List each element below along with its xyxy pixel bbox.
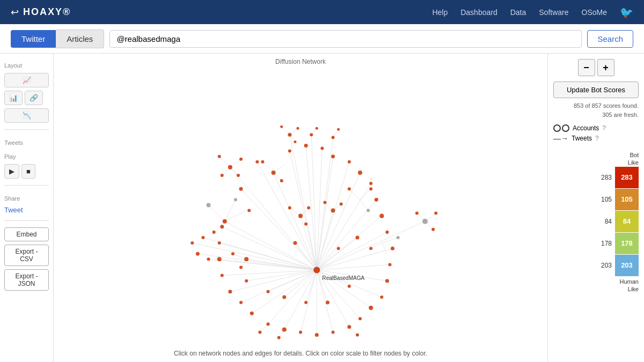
svg-point-115: [315, 333, 319, 337]
sidebar-divider-3: [4, 220, 49, 221]
nav-dashboard[interactable]: Dashboard: [460, 8, 497, 17]
accounts-label: Accounts: [573, 124, 599, 132]
circle-empty-2: [562, 124, 569, 132]
zoom-controls: − +: [553, 59, 639, 76]
svg-point-136: [355, 235, 359, 239]
layout-chart-btn[interactable]: 📈: [4, 73, 49, 87]
svg-point-108: [388, 263, 391, 266]
svg-text:RealBasedMAGA: RealBasedMAGA: [322, 275, 364, 281]
search-button[interactable]: Search: [587, 30, 633, 48]
color-bar-row[interactable]: 203203: [597, 255, 639, 276]
svg-point-168: [247, 209, 251, 212]
human-label-line2: Like: [628, 286, 639, 292]
color-bar-swatch[interactable]: 283: [615, 167, 639, 188]
layout-timeline-btn[interactable]: 📉: [4, 108, 49, 123]
color-bar-value: 178: [597, 240, 612, 247]
svg-rect-0: [57, 54, 544, 362]
zoom-out-btn[interactable]: −: [578, 59, 595, 76]
svg-point-124: [218, 241, 221, 245]
stop-btn[interactable]: ■: [21, 164, 35, 179]
svg-point-119: [250, 312, 254, 315]
color-bar-value: 84: [597, 218, 612, 225]
color-scale[interactable]: Bot Like 2832831051058484178178203203 Hu…: [553, 151, 639, 293]
svg-point-142: [239, 158, 243, 161]
share-label: Share: [4, 195, 49, 202]
tab-twitter[interactable]: Twitter: [11, 30, 56, 48]
color-bar-swatch[interactable]: 203: [615, 255, 639, 276]
svg-point-159: [294, 141, 296, 143]
header: ↩ HOAXY® Help Dashboard Data Software OS…: [0, 0, 644, 24]
svg-point-101: [348, 160, 351, 164]
logo-text: HOAXY®: [23, 6, 71, 18]
svg-point-138: [326, 301, 330, 305]
svg-point-100: [331, 154, 335, 158]
svg-point-143: [237, 174, 240, 177]
nav-help[interactable]: Help: [432, 8, 448, 17]
svg-point-144: [221, 174, 224, 177]
play-btn-row: ▶ ■: [4, 164, 49, 179]
svg-point-140: [228, 165, 232, 169]
svg-point-169: [231, 252, 235, 255]
legend-accounts-row: Accounts ?: [553, 124, 639, 132]
svg-point-128: [191, 241, 194, 245]
svg-point-134: [293, 241, 297, 245]
bot-score-line1: 853 of 857 scores found.: [553, 101, 639, 110]
svg-point-120: [239, 301, 243, 304]
right-panel: − + Update Bot Scores 853 of 857 scores …: [547, 54, 644, 362]
svg-point-176: [369, 247, 372, 250]
bot-label-line2: Like: [628, 159, 639, 166]
bot-label-line1: Bot: [630, 152, 639, 158]
network-graph[interactable]: RealBasedMAGA: [54, 54, 547, 362]
accounts-help-icon[interactable]: ?: [602, 124, 606, 132]
sidebar-divider-2: [4, 185, 49, 186]
color-bar-row[interactable]: 283283: [597, 167, 639, 188]
zoom-in-btn[interactable]: +: [597, 59, 614, 76]
accounts-icon: [553, 124, 569, 132]
color-bar-swatch[interactable]: 105: [615, 189, 639, 210]
sidebar: Layout 📈 📊 🔗 📉 Tweets Play ▶ ■ Share Twe…: [0, 54, 54, 362]
svg-point-96: [272, 171, 276, 175]
svg-point-123: [217, 257, 222, 261]
update-bot-scores-btn[interactable]: Update Bot Scores: [553, 82, 639, 98]
svg-point-98: [304, 144, 308, 147]
svg-point-146: [434, 212, 437, 215]
svg-point-157: [280, 125, 283, 128]
color-bar-swatch[interactable]: 178: [615, 233, 639, 254]
nav-osome[interactable]: OSoMe: [582, 8, 607, 17]
layout-share-chart-btn[interactable]: 📊: [4, 91, 23, 105]
svg-point-114: [332, 330, 335, 334]
svg-point-117: [282, 327, 287, 331]
color-bar-swatch[interactable]: 84: [615, 211, 639, 232]
play-btn[interactable]: ▶: [4, 164, 19, 179]
svg-point-116: [299, 330, 302, 334]
nav-data[interactable]: Data: [510, 8, 526, 17]
svg-point-165: [234, 198, 237, 201]
svg-point-164: [206, 203, 210, 207]
svg-point-137: [348, 285, 351, 288]
color-bar-row[interactable]: 105105: [597, 189, 639, 210]
sidebar-divider-1: [4, 129, 49, 130]
legend-area: Accounts ? —→ Tweets ?: [553, 124, 639, 145]
color-bar-row[interactable]: 8484: [597, 211, 639, 232]
color-bar-row[interactable]: 178178: [597, 233, 639, 254]
svg-point-161: [316, 127, 318, 130]
svg-point-154: [323, 201, 326, 204]
search-input[interactable]: [109, 30, 582, 48]
network-area[interactable]: Diffusion Network: [54, 54, 547, 362]
svg-point-160: [310, 133, 313, 136]
tab-articles[interactable]: Articles: [56, 29, 104, 48]
svg-point-107: [391, 247, 394, 250]
svg-point-166: [367, 209, 370, 212]
svg-point-106: [385, 231, 389, 234]
export-json-btn[interactable]: Export - JSON: [4, 269, 49, 291]
layout-share-btn[interactable]: 🔗: [25, 91, 43, 105]
svg-point-158: [296, 127, 299, 130]
twitter-icon[interactable]: 🐦: [620, 6, 633, 19]
tweets-help-icon[interactable]: ?: [595, 135, 599, 142]
svg-point-103: [369, 182, 372, 185]
nav-software[interactable]: Software: [539, 8, 568, 17]
embed-btn[interactable]: Embed: [4, 227, 49, 241]
layout-btn-row: 📊 🔗: [4, 91, 49, 105]
tweet-link[interactable]: Tweet: [4, 206, 49, 214]
export-csv-btn[interactable]: Export - CSV: [4, 245, 49, 266]
